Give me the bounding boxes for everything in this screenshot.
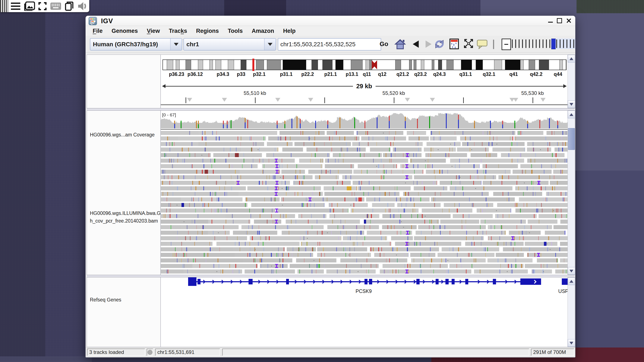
alignment-panel-scrollbar[interactable] bbox=[568, 111, 575, 275]
zoom-slider[interactable] bbox=[512, 39, 575, 49]
panel-splitter[interactable] bbox=[87, 108, 574, 110]
gene-exon[interactable] bbox=[465, 279, 468, 284]
fullscreen-icon[interactable] bbox=[36, 0, 49, 12]
strand-arrow-icon bbox=[440, 280, 444, 284]
gene-track-label[interactable]: Refseq Genes bbox=[90, 297, 121, 303]
menu-genomes[interactable]: Genomes bbox=[107, 28, 142, 34]
gene-exon[interactable] bbox=[562, 278, 568, 285]
alignment-reads[interactable] bbox=[161, 130, 568, 274]
gene-name-label: USP2 bbox=[558, 288, 568, 294]
cytoband bbox=[203, 60, 210, 70]
coverage-histogram[interactable] bbox=[161, 112, 568, 128]
popup-text-icon[interactable] bbox=[477, 40, 488, 50]
cytoband bbox=[442, 60, 447, 70]
ruler-tick-label: 55,510 kb bbox=[244, 90, 266, 96]
cytoband bbox=[306, 60, 312, 70]
scroll-up-button[interactable] bbox=[568, 55, 575, 62]
forward-icon[interactable] bbox=[425, 40, 432, 49]
chromosome-select-arrow-icon[interactable] bbox=[264, 39, 276, 50]
screenshot-icon[interactable] bbox=[23, 0, 36, 12]
cytoband-label: q23.2 bbox=[414, 71, 427, 77]
menu-regions[interactable]: Regions bbox=[192, 28, 223, 34]
menu-file[interactable]: File bbox=[88, 28, 107, 34]
panel-splitter[interactable] bbox=[87, 275, 574, 277]
menu-help[interactable]: Help bbox=[279, 28, 300, 34]
scroll-down-button[interactable] bbox=[568, 339, 575, 347]
ruler-baseline bbox=[161, 104, 568, 105]
menu-tools[interactable]: Tools bbox=[223, 28, 247, 34]
title-bar[interactable]: igv IGV bbox=[86, 16, 575, 26]
drag-handle-icon[interactable] bbox=[0, 0, 8, 12]
gene-exon[interactable] bbox=[248, 279, 252, 284]
gene-exon[interactable] bbox=[188, 277, 196, 286]
gene-exon[interactable] bbox=[436, 279, 438, 284]
memory-usage-status: 291M of 700M bbox=[531, 349, 574, 356]
cytoband bbox=[180, 60, 186, 70]
alignment-track[interactable] bbox=[161, 130, 568, 274]
strand-arrow-icon bbox=[376, 280, 380, 284]
locus-panel-scrollbar[interactable] bbox=[568, 55, 575, 108]
scroll-down-button[interactable] bbox=[568, 100, 575, 108]
copy-icon[interactable] bbox=[63, 0, 76, 12]
cytoband-label: p32.1 bbox=[253, 71, 266, 77]
genome-select-arrow-icon[interactable] bbox=[170, 39, 182, 50]
fit-to-window-icon[interactable] bbox=[464, 39, 474, 49]
gene-exon[interactable] bbox=[416, 279, 420, 284]
gene-exon[interactable] bbox=[286, 279, 289, 284]
keyboard-icon[interactable] bbox=[49, 0, 63, 12]
cytoband bbox=[267, 60, 281, 70]
cytoband-label: p34.3 bbox=[217, 71, 229, 77]
scrollbar-thumb[interactable] bbox=[568, 128, 575, 150]
go-button[interactable]: Go bbox=[378, 38, 390, 50]
zoom-tick bbox=[560, 39, 560, 48]
gene-exon[interactable] bbox=[493, 279, 496, 284]
coverage-track-label[interactable]: HG00096.wgs...am Coverage bbox=[90, 132, 154, 138]
refresh-icon[interactable] bbox=[434, 39, 445, 50]
cytoband bbox=[318, 60, 323, 70]
cytoband bbox=[256, 60, 264, 70]
scroll-up-button[interactable] bbox=[568, 277, 575, 285]
gene-panel-scrollbar[interactable] bbox=[568, 277, 575, 347]
alignment-track-label-line1[interactable]: HG00096.wgs.ILLUMINA.bwa.G bbox=[90, 210, 160, 216]
chromosome-ideogram[interactable] bbox=[162, 59, 566, 70]
gene-exon[interactable] bbox=[452, 279, 454, 284]
scroll-up-button[interactable] bbox=[568, 111, 575, 118]
menu-amazon[interactable]: Amazon bbox=[247, 28, 279, 34]
gene-exon[interactable] bbox=[369, 279, 372, 284]
cytoband bbox=[396, 60, 401, 70]
locus-input[interactable] bbox=[278, 38, 381, 50]
menu-tracks[interactable]: Tracks bbox=[164, 28, 192, 34]
maximize-button[interactable] bbox=[555, 16, 564, 25]
chromosome-select[interactable]: chr1 bbox=[184, 38, 276, 50]
genome-select[interactable]: Human (GRCh37/hg19) bbox=[90, 38, 182, 50]
alignment-track-label-line2[interactable]: h_cov_pcr_free.20140203.bam bbox=[90, 218, 158, 224]
cytoband bbox=[312, 60, 318, 70]
cytoband bbox=[336, 60, 343, 70]
cytoband bbox=[520, 60, 524, 70]
minimize-button[interactable] bbox=[546, 16, 555, 25]
zoom-slider-thumb[interactable] bbox=[551, 39, 556, 49]
zoom-tick bbox=[563, 39, 564, 48]
cytoband bbox=[505, 60, 520, 70]
gene-exon[interactable] bbox=[364, 279, 368, 284]
refseq-gene-track[interactable]: PCSK9USP2 bbox=[161, 277, 568, 303]
gene-exon[interactable] bbox=[446, 279, 448, 284]
close-button[interactable] bbox=[564, 16, 573, 25]
zoom-tick bbox=[539, 39, 540, 48]
region-tool-icon[interactable] bbox=[450, 39, 459, 50]
strand-arrow-icon bbox=[266, 280, 270, 284]
cytoband bbox=[421, 60, 424, 70]
menu-icon[interactable] bbox=[8, 0, 23, 12]
gene-utr[interactable] bbox=[520, 278, 541, 285]
coverage-track[interactable]: [0 - 67] bbox=[161, 112, 568, 130]
cytoband-label: p36.12 bbox=[188, 71, 203, 77]
volume-icon[interactable] bbox=[76, 0, 89, 12]
home-icon[interactable] bbox=[394, 39, 406, 50]
menu-view[interactable]: View bbox=[142, 28, 164, 34]
scroll-down-button[interactable] bbox=[568, 267, 575, 275]
back-icon[interactable] bbox=[412, 40, 419, 49]
gene-exon[interactable] bbox=[198, 279, 200, 284]
cytoband bbox=[210, 60, 213, 70]
zoom-out-button[interactable] bbox=[502, 39, 511, 50]
strand-arrow-icon bbox=[257, 280, 260, 284]
